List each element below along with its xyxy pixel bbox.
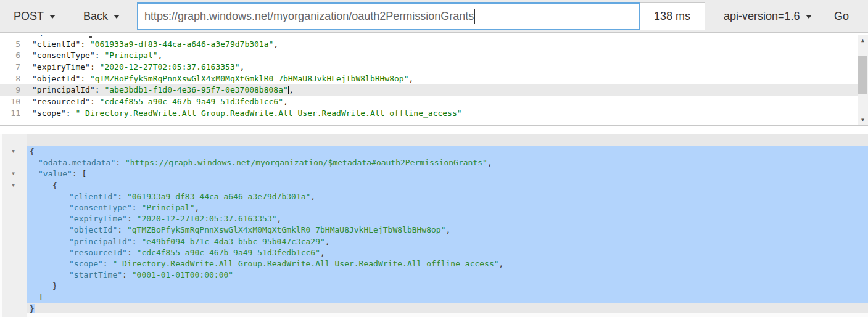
scrollbar-track[interactable]: ▲ ▼ [858, 35, 868, 125]
response-code-line[interactable]: "objectId": "qTMZBoPfykSmRqPnnXswGlX4xM0… [27, 224, 868, 236]
code-segment: "Principal" [104, 51, 157, 60]
code-segment: "0001-01-01T00:00:00" [132, 270, 233, 279]
graph-explorer-window: POST Back https://graph.windows.net/myor… [0, 0, 868, 317]
text-cursor [474, 9, 475, 24]
code-segment: : [122, 270, 132, 279]
line-number: 6 [0, 50, 22, 62]
code-segment: "objectId" [69, 225, 117, 234]
code-text: { [32, 35, 44, 39]
api-version-dropdown[interactable]: api-version=1.6 [724, 0, 812, 32]
code-segment: , [325, 237, 330, 246]
request-code-line[interactable]: 5"clientId": "061933a9-df83-44ca-a646-a3… [0, 39, 858, 51]
code-segment: "2020-12-27T02:05:37.6163353" [100, 62, 240, 72]
request-code-line[interactable]: 11"scope": " Directory.ReadWrite.All Gro… [0, 108, 858, 120]
code-segment: "2020-12-27T02:05:37.6163353" [137, 214, 277, 223]
request-code-line[interactable]: 10"resourceId": "cdc4f855-a90c-467b-9a49… [0, 96, 858, 108]
code-segment: : [80, 39, 90, 49]
response-code-line[interactable]: "clientId": "061933a9-df83-44ca-a646-a3e… [27, 191, 868, 202]
code-segment: : [ [72, 169, 86, 178]
request-code-line[interactable]: 8"objectId": "qTMZBoPfykSmRqPnnXswGlX4xM… [0, 73, 858, 85]
fold-arrow-icon[interactable]: ▾ [22, 35, 32, 39]
fold-spacer [22, 62, 32, 73]
back-dropdown[interactable]: Back [83, 0, 120, 32]
fold-spacer [22, 84, 32, 96]
method-label: POST [14, 10, 44, 22]
code-segment: , [283, 97, 288, 106]
latency-display: 138 ms [640, 2, 705, 30]
scroll-up-button[interactable]: ▲ [858, 35, 868, 46]
go-button[interactable]: Go [834, 0, 849, 32]
request-editor[interactable]: 4▾{5"clientId": "061933a9-df83-44ca-a646… [0, 35, 868, 126]
response-code-line[interactable]: } [27, 281, 868, 292]
code-segment: "consentType" [32, 51, 95, 60]
request-code-line[interactable]: 7"expiryTime": "2020-12-27T02:05:37.6163… [0, 62, 858, 73]
fold-arrow-icon[interactable]: ▾ [11, 147, 15, 155]
code-segment: " Directory.ReadWrite.All Group.ReadWrit… [112, 259, 498, 268]
code-segment: "061933a9-df83-44ca-a646-a3e79d7b301a" [127, 192, 310, 201]
scroll-down-button[interactable]: ▼ [858, 115, 868, 125]
code-segment: "qTMZBoPfykSmRqPnnXswGlX4xM0MqXtGmklR0_7… [90, 74, 409, 83]
back-label: Back [83, 10, 108, 22]
code-text: "consentType": "Principal", [32, 50, 162, 62]
response-code-line[interactable]: { [27, 180, 868, 191]
code-segment: : [90, 62, 100, 72]
response-code-line[interactable]: "principalId": "e49bf094-b71c-4da3-b5bc-… [27, 236, 868, 247]
code-segment: , [273, 39, 278, 49]
code-segment: "resourceId" [69, 248, 127, 257]
code-segment: "startTime" [69, 270, 122, 279]
request-code-lines: 4▾{5"clientId": "061933a9-df83-44ca-a646… [0, 35, 858, 120]
fold-arrow-icon[interactable]: ▾ [11, 170, 15, 177]
method-dropdown[interactable]: POST [14, 0, 56, 32]
code-segment: , [240, 62, 245, 72]
code-segment: "principalId" [32, 85, 95, 94]
chevron-down-icon [49, 15, 56, 22]
line-number: 9 [0, 84, 22, 96]
fold-spacer [22, 39, 32, 51]
response-bottom-strip [27, 313, 868, 317]
code-segment: "cdc4f855-a90c-467b-9a49-51d3fedb1cc6" [137, 248, 320, 257]
response-code-line[interactable]: { [27, 146, 868, 157]
response-code-line[interactable]: "expiryTime": "2020-12-27T02:05:37.61633… [27, 213, 868, 224]
response-viewer[interactable]: ▾▾▾ {"odata.metadata": "https://graph.wi… [0, 134, 868, 317]
response-code-line[interactable]: "scope": " Directory.ReadWrite.All Group… [27, 258, 868, 270]
line-number: 8 [0, 73, 22, 85]
code-text: "resourceId": "cdc4f855-a90c-467b-9a49-5… [32, 96, 288, 108]
code-segment: , [487, 158, 492, 167]
chevron-down-icon [806, 15, 812, 22]
request-code-line[interactable]: 6"consentType": "Principal", [0, 50, 858, 62]
code-segment: "resourceId" [32, 97, 90, 106]
code-segment: : [117, 192, 127, 201]
request-code-line[interactable]: 9"principalId": "abe3bdb1-f1d0-4e36-95f7… [0, 84, 858, 96]
code-segment: "Principal" [141, 203, 194, 212]
request-code-line[interactable]: 4▾{ [0, 35, 858, 39]
response-code-line[interactable]: "consentType": "Principal", [27, 202, 868, 213]
response-code-line[interactable]: "startTime": "0001-01-01T00:00:00" [27, 270, 868, 281]
scrollbar-thumb[interactable] [858, 56, 867, 94]
response-code-line[interactable]: "odata.metadata": "https://graph.windows… [27, 157, 868, 168]
response-code-lines: {"odata.metadata": "https://graph.window… [27, 146, 868, 315]
code-segment: ] [38, 292, 43, 302]
code-segment: : [103, 259, 113, 268]
code-segment: "scope" [32, 109, 66, 118]
code-segment: " Directory.ReadWrite.All Group.ReadWrit… [75, 109, 461, 118]
code-segment: , [446, 225, 451, 234]
code-text: "principalId": "abe3bdb1-f1d0-4e36-95f7-… [32, 84, 294, 96]
code-segment: , [195, 203, 200, 212]
line-number: 11 [0, 108, 22, 120]
fold-arrow-icon[interactable]: ▾ [11, 181, 15, 189]
response-code-line[interactable]: "resourceId": "cdc4f855-a90c-467b-9a49-5… [27, 247, 868, 258]
code-segment: , [499, 259, 504, 268]
code-segment: , [409, 74, 414, 83]
code-segment: , [158, 51, 163, 60]
code-segment: "061933a9-df83-44ca-a646-a3e79d7b301a" [90, 39, 273, 49]
code-segment: , [310, 192, 315, 201]
code-segment: "consentType" [69, 203, 132, 212]
url-input[interactable]: https://graph.windows.net/myorganization… [137, 2, 640, 30]
code-segment: "expiryTime" [32, 62, 90, 72]
fold-spacer [22, 50, 32, 62]
code-segment: "objectId" [32, 74, 80, 83]
line-number: 7 [0, 62, 22, 73]
response-code-line[interactable]: "value": [ [27, 168, 868, 179]
response-code-line[interactable]: ] [27, 292, 868, 303]
line-number: 5 [0, 39, 22, 51]
